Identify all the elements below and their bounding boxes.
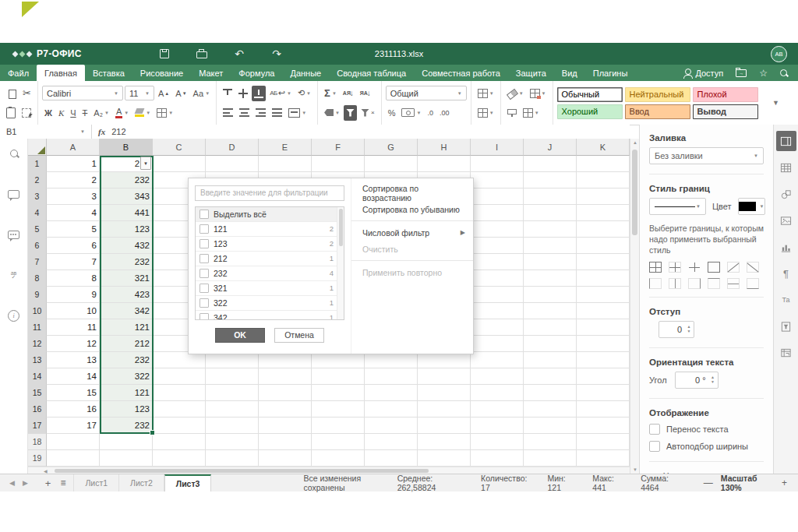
menu-tab[interactable]: Формула [231,65,282,81]
cell-c19[interactable] [153,450,206,467]
cell-e18[interactable] [259,434,312,450]
cell-b1[interactable]: 212▼ [100,156,153,172]
border-vc-button[interactable] [669,278,681,289]
cell-a18[interactable] [47,434,100,450]
column-header-c[interactable]: C [153,139,206,156]
row-header-3[interactable]: 3 [28,188,47,205]
cell-a8[interactable]: 8 [47,270,100,287]
wrap-text-button[interactable]: АБ↩▼ [267,86,294,101]
format-painter-button[interactable] [505,105,519,121]
justify-button[interactable] [270,105,284,121]
number-format-select[interactable]: Общий▼ [386,86,467,100]
cell-c1[interactable] [153,156,206,172]
border-color-picker[interactable]: ▼ [738,198,765,215]
menu-tab[interactable]: Файл [0,65,37,81]
row-header-18[interactable]: 18 [28,434,47,450]
panel-textart-settings-button[interactable]: Та [776,290,796,310]
column-header-b[interactable]: B [100,139,153,156]
cell-e15[interactable] [259,385,312,401]
row-header-8[interactable]: 8 [28,270,47,287]
insert-function-button[interactable]: fx [92,127,111,136]
cell-c18[interactable] [153,434,206,450]
cell-f15[interactable] [312,385,365,401]
wrap-text-checkbox-row[interactable]: Перенос текста [649,424,764,435]
panel-pivot-settings-button[interactable] [776,343,796,363]
panel-shape-settings-button[interactable] [776,184,796,204]
cell-f17[interactable] [312,417,365,434]
menu-tab[interactable]: Данные [282,65,329,81]
row-header-6[interactable]: 6 [28,238,47,254]
font-size-select[interactable]: 11▼ [125,86,154,100]
sort-desc-button[interactable]: ЯА↓ [358,86,373,101]
clear-filter-button[interactable]: × [358,105,377,121]
cell-j13[interactable] [524,352,577,368]
cell-d15[interactable] [206,385,259,401]
cell-h16[interactable] [418,401,471,417]
cell-a7[interactable]: 7 [47,254,100,270]
select-all-checkbox[interactable] [200,210,209,219]
cell-j18[interactable] [524,434,577,450]
menu-tab[interactable]: Рисование [132,65,191,81]
border-d2-button[interactable] [747,262,759,273]
cell-k18[interactable] [577,434,630,450]
font-color-button[interactable]: А▼ [113,105,131,121]
menu-tab[interactable]: Главная [37,65,85,81]
cell-k9[interactable] [577,287,630,303]
prev-sheet-button[interactable]: ◀ [9,479,15,487]
cell-e1[interactable] [259,156,312,172]
checkbox[interactable] [649,441,660,452]
row-header-17[interactable]: 17 [28,417,47,434]
cell-j8[interactable] [524,270,577,287]
cell-style-chip[interactable]: Вывод [693,104,758,119]
cell-k16[interactable] [577,401,630,417]
cell-j10[interactable] [524,303,577,319]
panel-chart-settings-button[interactable] [776,237,796,257]
name-box[interactable]: B1▼ [0,125,92,139]
cell-i18[interactable] [471,434,524,450]
cell-e19[interactable] [259,450,312,467]
vertical-scrollbar[interactable]: ▲ ▼ [630,139,639,474]
angle-stepper[interactable]: 0 ° ▲▼ [675,372,719,389]
horizontal-scroll-thumb[interactable] [55,469,429,473]
menu-tab[interactable]: Плагины [585,65,636,81]
row-header-9[interactable]: 9 [28,287,47,303]
cell-h1[interactable] [418,156,471,172]
list-scrollbar[interactable] [337,207,344,319]
cell-f13[interactable] [312,352,365,368]
panel-cell-settings-button[interactable] [776,131,796,151]
cell-e16[interactable] [259,401,312,417]
cell-j19[interactable] [524,450,577,467]
cell-h14[interactable] [418,368,471,385]
paste-button[interactable] [4,105,18,121]
bold-button[interactable]: Ж [42,105,55,121]
checkbox[interactable] [200,284,209,293]
cell-j9[interactable] [524,287,577,303]
filter-item[interactable]: 1212 [196,221,344,236]
cell-i8[interactable] [471,270,524,287]
cell-f1[interactable] [312,156,365,172]
align-top-button[interactable] [221,86,235,101]
cell-j2[interactable] [524,172,577,188]
column-header-k[interactable]: K [577,139,630,156]
cell-a3[interactable]: 3 [47,188,100,205]
cell-i14[interactable] [471,368,524,385]
about-button[interactable]: i [2,304,26,327]
filter-item[interactable]: 2121 [196,251,344,266]
cell-j17[interactable] [524,417,577,434]
row-header-7[interactable]: 7 [28,254,47,270]
autosum-button[interactable]: Σ▼ [322,86,339,101]
cell-b16[interactable]: 123 [100,401,153,417]
align-right-button[interactable] [253,105,268,121]
cell-i4[interactable] [471,205,524,221]
row-header-16[interactable]: 16 [28,401,47,417]
column-header-a[interactable]: A [47,139,100,156]
styles-expand-button[interactable]: ▼ [762,81,790,125]
cell-i13[interactable] [471,352,524,368]
cell-g19[interactable] [365,450,418,467]
cell-i7[interactable] [471,254,524,270]
filter-item[interactable]: 3221 [196,295,344,310]
filter-dropdown-button[interactable]: ▼ [140,157,151,170]
cell-c15[interactable] [153,385,206,401]
cell-b18[interactable] [100,434,153,450]
cell-b11[interactable]: 121 [100,319,153,336]
